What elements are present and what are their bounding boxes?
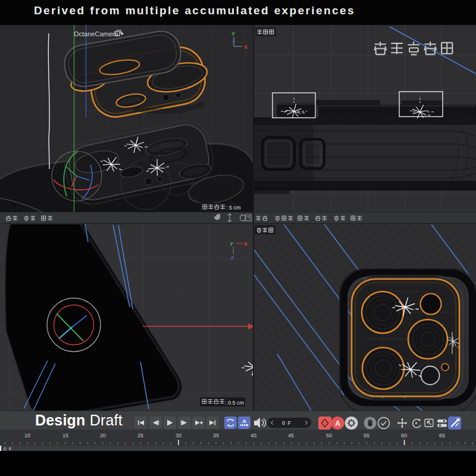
svg-text:X: X <box>244 44 248 50</box>
svg-text:Y: Y <box>231 31 235 37</box>
svg-text:0 F: 0 F <box>4 446 12 452</box>
svg-text:Z: Z <box>232 39 235 44</box>
svg-text:: 0.5 cm: : 0.5 cm <box>225 400 244 406</box>
svg-text:Y: Y <box>230 241 233 247</box>
svg-text:A: A <box>335 419 340 428</box>
svg-text:: 5 cm: : 5 cm <box>226 205 241 211</box>
svg-text:A: A <box>242 418 246 424</box>
svg-text:Z: Z <box>231 255 234 261</box>
svg-text:X: X <box>244 241 248 247</box>
svg-text:OctaneCamera: OctaneCamera <box>74 30 118 37</box>
svg-text:0 F: 0 F <box>282 420 292 426</box>
